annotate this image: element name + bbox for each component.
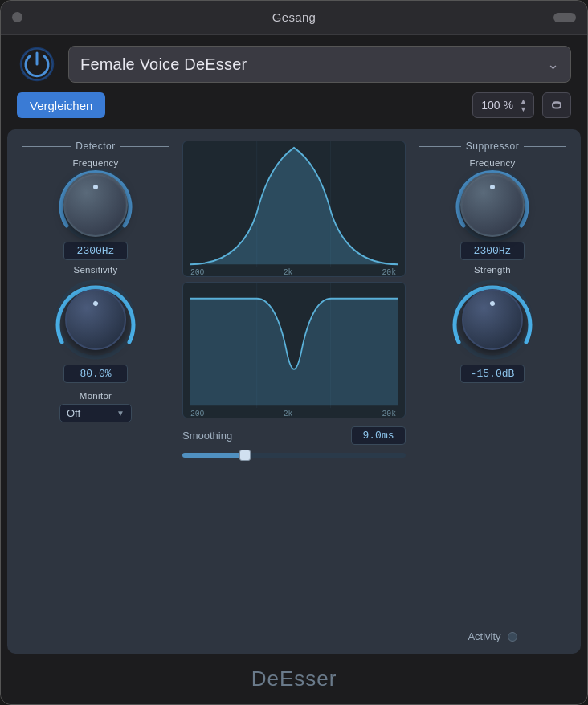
detector-freq-label: Frequency	[72, 158, 118, 168]
bottom-label: DeEsser	[1, 660, 587, 704]
detector-section-label: Detector	[22, 141, 169, 152]
header-row2: Vergleichen 100 % ▲ ▼	[17, 92, 571, 118]
preset-name: Female Voice DeEsser	[80, 55, 247, 74]
suppressor-strength-knob-dot	[489, 300, 496, 307]
traffic-light-resize[interactable]	[553, 13, 576, 22]
header-row1: Female Voice DeEsser ⌄	[17, 44, 571, 84]
detector-title: Detector	[76, 141, 115, 152]
suppressor-section-label: Suppressor	[419, 141, 566, 152]
title-bar: Gesang	[1, 1, 587, 35]
gain-display: 200 2k 20k	[182, 282, 406, 418]
svg-text:200: 200	[190, 267, 205, 276]
monitor-section: Monitor Off ▼	[22, 391, 169, 422]
suppressor-panel: Suppressor Frequency 2300Hz Strength	[412, 137, 573, 646]
plugin-window: Gesang Female Voice DeEsser ⌄ Ver	[0, 0, 588, 705]
freq-display: 200 2k 20k	[182, 141, 406, 277]
traffic-light-close[interactable]	[12, 12, 22, 22]
activity-led	[508, 632, 517, 642]
percent-control[interactable]: 100 % ▲ ▼	[472, 92, 534, 118]
window-title: Gesang	[272, 10, 316, 24]
svg-text:200: 200	[190, 409, 205, 418]
freq-chart-svg: 200 2k 20k	[183, 141, 405, 276]
suppressor-strength-knob[interactable]	[462, 289, 523, 350]
compare-button[interactable]: Vergleichen	[17, 92, 105, 118]
suppressor-freq-label: Frequency	[469, 158, 515, 168]
stepper-down-icon: ▼	[520, 106, 527, 113]
smoothing-value: 9.0ms	[351, 426, 406, 445]
detector-sensitivity-knob-container	[55, 279, 136, 360]
smoothing-slider-row	[182, 453, 406, 458]
detector-line-left	[22, 146, 71, 147]
monitor-arrow-icon: ▼	[116, 409, 125, 418]
dropdown-arrow-icon: ⌄	[547, 55, 559, 73]
suppressor-line-right	[524, 146, 566, 147]
svg-text:20k: 20k	[382, 267, 397, 276]
detector-panel: Detector Frequency 2300Hz Sensitivity	[15, 137, 176, 646]
svg-text:2k: 2k	[284, 267, 293, 276]
activity-label: Activity	[468, 630, 500, 642]
plugin-name: DeEsser	[251, 666, 337, 691]
detector-sensitivity-knob[interactable]	[65, 289, 126, 350]
suppressor-freq-knob-dot	[490, 185, 495, 189]
smoothing-label: Smoothing	[182, 430, 232, 442]
suppressor-freq-knob[interactable]	[460, 173, 525, 237]
svg-text:20k: 20k	[382, 409, 397, 418]
header-section: Female Voice DeEsser ⌄ Vergleichen 100 %…	[1, 35, 587, 129]
monitor-value: Off	[67, 407, 80, 419]
detector-freq-value: 2300Hz	[63, 242, 128, 260]
link-button[interactable]	[542, 92, 571, 118]
power-button[interactable]	[17, 44, 57, 84]
gain-chart-svg: 200 2k 20k	[183, 283, 405, 418]
suppressor-freq-knob-container	[460, 173, 525, 237]
detector-freq-knob[interactable]	[63, 173, 128, 237]
activity-row: Activity	[468, 624, 517, 642]
svg-text:2k: 2k	[284, 409, 293, 418]
detector-line-right	[120, 146, 169, 147]
center-panel: 200 2k 20k 200 2k 20k	[176, 137, 412, 646]
main-panel: Detector Frequency 2300Hz Sensitivity	[7, 129, 581, 654]
smoothing-slider-track[interactable]	[182, 453, 406, 458]
suppressor-freq-value: 2300Hz	[460, 242, 525, 260]
detector-sensitivity-label: Sensitivity	[73, 265, 117, 275]
detector-freq-knob-dot	[93, 185, 98, 189]
suppressor-title: Suppressor	[466, 141, 519, 152]
smoothing-slider-fill	[182, 453, 245, 458]
suppressor-strength-knob-container	[452, 279, 533, 360]
smoothing-row: Smoothing 9.0ms	[182, 423, 406, 448]
stepper-up-icon: ▲	[520, 98, 527, 105]
preset-dropdown[interactable]: Female Voice DeEsser ⌄	[68, 46, 571, 83]
suppressor-line-left	[419, 146, 461, 147]
smoothing-slider-thumb[interactable]	[239, 450, 251, 461]
monitor-select[interactable]: Off ▼	[59, 404, 132, 422]
detector-sensitivity-knob-dot	[92, 300, 99, 307]
suppressor-strength-value: -15.0dB	[460, 365, 525, 383]
suppressor-strength-label: Strength	[474, 265, 511, 275]
detector-freq-knob-container	[63, 173, 128, 237]
link-icon	[549, 100, 564, 111]
percent-value: 100 %	[480, 99, 515, 112]
detector-sensitivity-value: 80.0%	[63, 365, 128, 383]
stepper-arrows: ▲ ▼	[520, 98, 527, 113]
monitor-label: Monitor	[80, 391, 112, 401]
